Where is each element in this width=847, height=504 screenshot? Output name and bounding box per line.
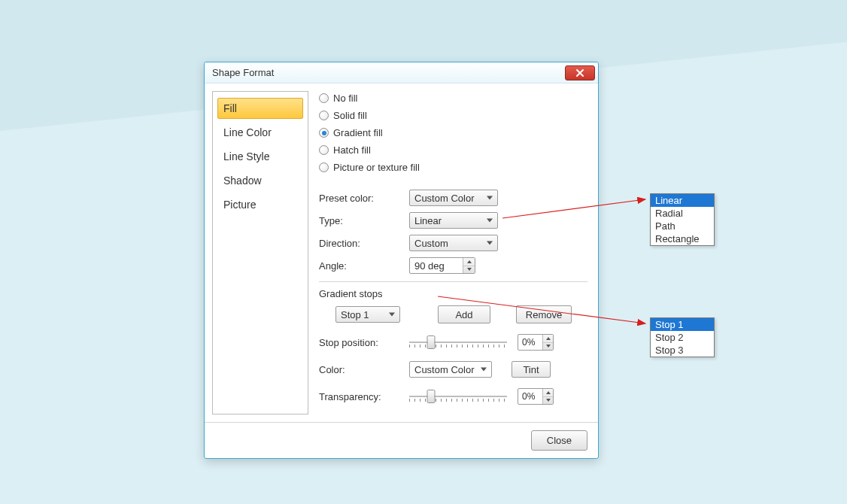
close-icon <box>575 68 584 77</box>
radio-gradient-fill[interactable] <box>319 128 329 138</box>
direction-combo[interactable]: Custom <box>409 235 498 251</box>
chevron-down-icon <box>546 345 551 348</box>
type-option-path[interactable]: Path <box>651 220 714 232</box>
stop-option-1[interactable]: Stop 1 <box>651 318 714 331</box>
angle-label: Angle: <box>319 260 409 272</box>
chevron-down-icon <box>546 399 551 402</box>
type-label: Type: <box>319 215 409 226</box>
chevron-up-icon <box>546 391 551 394</box>
stop-position-spinner[interactable]: 0% <box>518 334 554 351</box>
chevron-up-icon <box>546 337 551 340</box>
transparency-spinner[interactable]: 0% <box>518 388 554 405</box>
radio-label: Picture or texture fill <box>333 162 420 173</box>
close-button[interactable]: Close <box>531 430 587 451</box>
spinner-arrows[interactable] <box>463 258 475 273</box>
dialog-titlebar[interactable]: Shape Format <box>205 62 598 83</box>
chevron-up-icon <box>467 260 472 263</box>
add-button[interactable]: Add <box>438 305 490 323</box>
type-option-radial[interactable]: Radial <box>651 207 714 220</box>
radio-picture-texture-fill[interactable] <box>319 162 329 172</box>
radio-no-fill[interactable] <box>319 93 329 103</box>
stop-option-3[interactable]: Stop 3 <box>651 344 714 357</box>
transparency-label: Transparency: <box>319 391 409 402</box>
type-dropdown-list[interactable]: Linear Radial Path Rectangle <box>650 193 715 246</box>
sidebar-item-line-color[interactable]: Line Color <box>217 122 303 143</box>
preset-color-label: Preset color: <box>319 193 409 204</box>
remove-button[interactable]: Remove <box>516 305 572 323</box>
tint-button[interactable]: Tint <box>512 361 551 378</box>
stop-position-label: Stop position: <box>319 337 409 348</box>
gradient-stops-label: Gradient stops <box>319 288 587 299</box>
stop-option-2[interactable]: Stop 2 <box>651 331 714 344</box>
transparency-slider[interactable] <box>409 390 507 403</box>
category-sidebar: Fill Line Color Line Style Shadow Pictur… <box>212 91 308 414</box>
type-option-linear[interactable]: Linear <box>651 194 714 207</box>
close-icon-button[interactable] <box>565 65 595 80</box>
sidebar-item-picture[interactable]: Picture <box>217 194 303 215</box>
type-combo[interactable]: Linear <box>409 212 498 229</box>
stop-position-slider[interactable] <box>409 335 507 349</box>
color-combo[interactable]: Custom Color <box>409 361 492 378</box>
angle-spinner[interactable]: 90 deg <box>409 257 475 274</box>
radio-label: Solid fill <box>333 110 367 121</box>
direction-label: Direction: <box>319 238 409 249</box>
fill-panel: No fill Solid fill Gradient fill Hatch f… <box>316 91 590 414</box>
radio-label: No fill <box>333 93 358 104</box>
dialog-title: Shape Format <box>212 67 274 78</box>
sidebar-item-fill[interactable]: Fill <box>217 98 303 119</box>
stops-dropdown-list[interactable]: Stop 1 Stop 2 Stop 3 <box>650 317 715 357</box>
radio-label: Hatch fill <box>333 144 371 156</box>
sidebar-item-shadow[interactable]: Shadow <box>217 170 303 191</box>
stops-combo[interactable]: Stop 1 <box>335 306 400 323</box>
color-label: Color: <box>319 364 409 375</box>
type-option-rectangle[interactable]: Rectangle <box>651 232 714 245</box>
chevron-down-icon <box>467 268 472 271</box>
radio-label: Gradient fill <box>333 127 383 138</box>
sidebar-item-line-style[interactable]: Line Style <box>217 146 303 167</box>
radio-hatch-fill[interactable] <box>319 145 329 155</box>
radio-solid-fill[interactable] <box>319 111 329 120</box>
preset-color-combo[interactable]: Custom Color <box>409 190 498 206</box>
shape-format-dialog: Shape Format Fill Line Color Line Style … <box>204 62 599 459</box>
